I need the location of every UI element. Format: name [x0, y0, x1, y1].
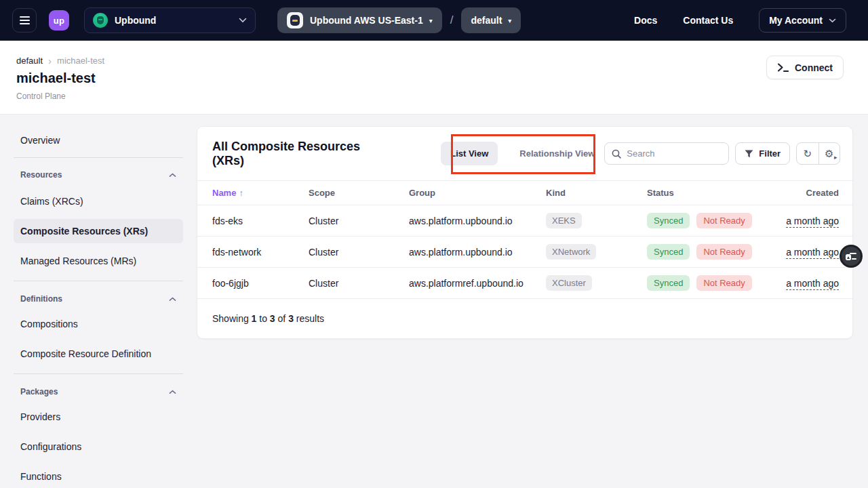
group-selector-dropdown[interactable]: default ▾ — [461, 7, 521, 33]
cell-created: a month ago — [783, 247, 839, 258]
sort-ascending-icon: ↑ — [239, 188, 243, 198]
chevron-right-icon: › — [48, 56, 52, 66]
page-title: michael-test — [16, 70, 844, 86]
column-header-name[interactable]: Name↑ — [212, 188, 309, 198]
search-icon — [612, 149, 621, 159]
table-results-summary: Showing 1 to 3 of 3 results — [197, 299, 852, 338]
filter-funnel-icon — [745, 150, 753, 158]
results-to: 3 — [270, 313, 275, 324]
table-row[interactable]: fds-eks Cluster aws.platform.upbound.io … — [197, 205, 852, 237]
cell-scope: Cluster — [309, 216, 409, 226]
created-tooltip-text[interactable]: a month ago — [786, 278, 839, 290]
upbound-logo[interactable]: up — [49, 10, 69, 30]
hamburger-menu-button[interactable] — [12, 8, 37, 33]
cell-status: Synced Not Ready — [647, 244, 783, 260]
chevron-up-icon — [169, 390, 176, 394]
column-header-scope[interactable]: Scope — [309, 188, 409, 198]
sidebar-section-packages[interactable]: Packages — [14, 384, 183, 400]
cell-status: Synced Not Ready — [647, 275, 783, 291]
column-header-group[interactable]: Group — [409, 188, 546, 198]
cell-created: a month ago — [783, 278, 839, 289]
control-plane-selector-label: Upbound AWS US-East-1 — [310, 15, 423, 26]
refresh-icon[interactable]: ↻ — [797, 143, 818, 164]
cell-group: aws.platformref.upbound.io — [409, 278, 546, 289]
sidebar-item-claims-xrcs[interactable]: Claims (XRCs) — [14, 192, 183, 211]
my-account-dropdown[interactable]: My Account — [759, 8, 846, 33]
chevron-up-icon — [169, 297, 176, 302]
sidebar-divider — [14, 157, 183, 158]
kind-badge: XNetwork — [546, 244, 596, 260]
cell-name[interactable]: fds-network — [212, 247, 309, 258]
auto-refresh-settings-icon[interactable]: ⚙▸ — [818, 143, 840, 164]
terminal-icon — [777, 62, 789, 73]
control-plane-selector-dropdown[interactable]: Upbound AWS US-East-1 ▾ — [277, 7, 442, 33]
search-box — [604, 142, 729, 165]
synced-badge: Synced — [647, 244, 690, 260]
my-account-label: My Account — [769, 15, 823, 26]
contact-us-link[interactable]: Contact Us — [683, 15, 733, 26]
sidebar-item-managed-resources-mrs[interactable]: Managed Resources (MRs) — [14, 251, 183, 270]
breadcrumb-root[interactable]: default — [16, 56, 43, 66]
group-selector-label: default — [471, 15, 502, 26]
table-header-row: Name↑ Scope Group Kind Status Created — [197, 180, 852, 205]
sidebar-item-composite-resource-definition[interactable]: Composite Resource Definition — [14, 344, 183, 363]
sidebar-item-composite-resources-xrs[interactable]: Composite Resources (XRs) — [14, 219, 183, 243]
sidebar-item-compositions[interactable]: Compositions — [14, 314, 183, 333]
table-row[interactable]: fds-network Cluster aws.platform.upbound… — [197, 237, 852, 268]
cell-kind: XCluster — [546, 275, 647, 291]
card-header: All Composite Resources (XRs) List View … — [197, 127, 852, 180]
breadcrumb-leaf: michael-test — [57, 56, 104, 66]
view-toggle: List View Relationship View — [441, 142, 604, 165]
cell-kind: XEKS — [546, 213, 647, 228]
table-row[interactable]: foo-6jgjb Cluster aws.platformref.upboun… — [197, 268, 852, 299]
sidebar-section-label: Definitions — [20, 294, 62, 304]
cell-name[interactable]: foo-6jgjb — [212, 278, 309, 289]
column-header-status[interactable]: Status — [647, 188, 783, 198]
sidebar-item-overview[interactable]: Overview — [14, 131, 183, 150]
cell-scope: Cluster — [309, 278, 409, 289]
filter-button[interactable]: Filter — [735, 142, 790, 165]
cell-group: aws.platform.upbound.io — [409, 247, 546, 258]
connect-button-label: Connect — [795, 62, 833, 73]
page-subtitle: Control Plane — [16, 92, 844, 101]
connect-button[interactable]: Connect — [766, 56, 844, 79]
play-icon: ▸ — [834, 154, 837, 161]
chevron-down-icon — [829, 18, 836, 23]
org-selector-label: Upbound — [115, 15, 156, 26]
created-tooltip-text[interactable]: a month ago — [786, 216, 839, 228]
upbound-logo-text: up — [54, 16, 64, 26]
sidebar-section-definitions[interactable]: Definitions — [14, 291, 183, 307]
filter-button-label: Filter — [759, 148, 781, 159]
results-total: 3 — [288, 313, 294, 324]
synced-badge: Synced — [647, 275, 690, 291]
card-title: All Composite Resources (XRs) — [212, 140, 387, 168]
sidebar-section-resources[interactable]: Resources — [14, 167, 183, 183]
breadcrumb: default › michael-test — [16, 56, 844, 66]
not-ready-badge: Not Ready — [696, 275, 751, 291]
sidebar-item-providers[interactable]: Providers — [14, 407, 183, 426]
created-tooltip-text[interactable]: a month ago — [786, 247, 839, 259]
relationship-view-tab[interactable]: Relationship View — [510, 142, 604, 165]
sidebar-divider — [14, 281, 183, 281]
sidebar-section-label: Resources — [20, 170, 62, 180]
feedback-widget-button[interactable] — [840, 245, 863, 268]
sidebar-item-functions[interactable]: Functions — [14, 467, 183, 486]
cell-name[interactable]: fds-eks — [212, 216, 309, 226]
org-selector-dropdown[interactable]: Upbound — [84, 7, 256, 33]
search-input[interactable] — [627, 148, 722, 159]
chevron-down-icon — [239, 18, 247, 23]
resources-table: Name↑ Scope Group Kind Status Created fd… — [197, 180, 852, 338]
cell-status: Synced Not Ready — [647, 213, 783, 228]
breadcrumb-slash: / — [450, 14, 454, 27]
navbar-links: Docs Contact Us My Account — [634, 8, 846, 33]
cell-created: a month ago — [783, 216, 839, 226]
table-actions-group: ↻ ⚙▸ — [796, 142, 840, 165]
top-navbar: up Upbound Upbound AWS US-East-1 ▾ / def… — [0, 0, 868, 41]
kind-badge: XEKS — [546, 213, 582, 228]
sidebar-item-configurations[interactable]: Configurations — [14, 437, 183, 456]
org-avatar-icon — [93, 13, 108, 28]
column-header-created[interactable]: Created — [783, 188, 839, 198]
list-view-tab[interactable]: List View — [441, 142, 498, 165]
docs-link[interactable]: Docs — [634, 15, 657, 26]
column-header-kind[interactable]: Kind — [546, 188, 647, 198]
